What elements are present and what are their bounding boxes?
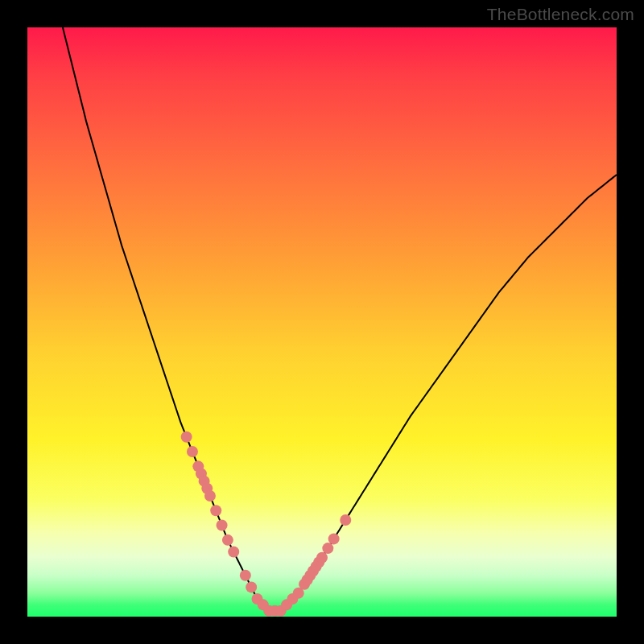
bead-point [316, 552, 328, 564]
bead-point [217, 520, 228, 531]
bead-point [228, 546, 239, 557]
chart-frame: TheBottleneck.com [0, 0, 644, 644]
bead-point [187, 446, 198, 457]
curve-svg [27, 27, 617, 617]
plot-area [27, 27, 617, 617]
bead-point [340, 514, 351, 526]
highlight-beads [181, 431, 352, 617]
bead-point [181, 431, 192, 443]
bead-point [328, 533, 340, 544]
bead-point [322, 543, 333, 554]
bead-point [204, 490, 216, 502]
bead-point [222, 535, 233, 546]
bead-point [246, 581, 257, 592]
bead-point [210, 505, 221, 516]
watermark-text: TheBottleneck.com [487, 5, 634, 24]
bottleneck-curve [63, 27, 617, 611]
bead-point [240, 570, 251, 581]
